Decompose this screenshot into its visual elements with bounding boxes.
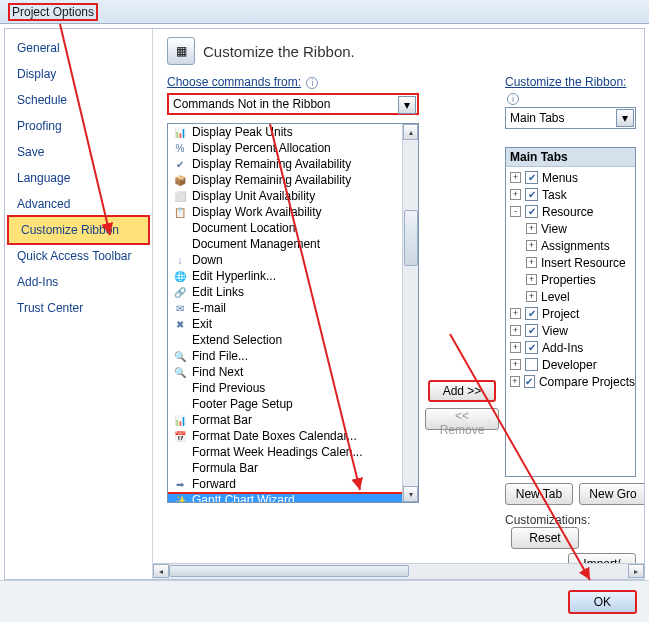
command-item[interactable]: 🔍Find Next bbox=[168, 364, 402, 380]
expand-icon[interactable]: + bbox=[510, 308, 521, 319]
chevron-down-icon[interactable]: ▾ bbox=[398, 96, 416, 114]
remove-button: << Remove bbox=[425, 408, 499, 430]
command-item[interactable]: ↓Down bbox=[168, 252, 402, 268]
expand-icon[interactable]: + bbox=[526, 257, 537, 268]
expand-icon[interactable]: + bbox=[510, 376, 520, 387]
command-item[interactable]: ✔Display Remaining Availability bbox=[168, 156, 402, 172]
command-item[interactable]: Extend Selection bbox=[168, 332, 402, 348]
sidebar-item-advanced[interactable]: Advanced bbox=[5, 191, 152, 217]
command-item[interactable]: %Display Percent Allocation bbox=[168, 140, 402, 156]
tree-node[interactable]: +✔Menus bbox=[506, 169, 635, 186]
command-label: Find File... bbox=[192, 349, 248, 363]
command-label: Forward bbox=[192, 477, 236, 491]
checkbox[interactable]: ✔ bbox=[525, 171, 538, 184]
sidebar-item-quick-access-toolbar[interactable]: Quick Access Toolbar bbox=[5, 243, 152, 269]
command-item[interactable]: ⬜Display Unit Availability bbox=[168, 188, 402, 204]
info-icon[interactable]: i bbox=[507, 93, 519, 105]
command-label: Display Unit Availability bbox=[192, 189, 315, 203]
expand-icon[interactable]: - bbox=[510, 206, 521, 217]
checkbox[interactable]: ✔ bbox=[525, 324, 538, 337]
command-item[interactable]: 📅Format Date Boxes Calendar... bbox=[168, 428, 402, 444]
commands-scrollbar[interactable]: ▴ ▾ bbox=[402, 124, 418, 502]
tree-node[interactable]: +Developer bbox=[506, 356, 635, 373]
choose-commands-combo[interactable]: Commands Not in the Ribbon ▾ bbox=[167, 93, 419, 115]
sidebar-item-save[interactable]: Save bbox=[5, 139, 152, 165]
command-item[interactable]: Find Previous bbox=[168, 380, 402, 396]
checkbox[interactable] bbox=[525, 358, 538, 371]
command-item[interactable]: Formula Bar bbox=[168, 460, 402, 476]
tree-node[interactable]: +Assignments bbox=[506, 237, 635, 254]
expand-icon[interactable]: + bbox=[526, 223, 537, 234]
tree-node[interactable]: +Level bbox=[506, 288, 635, 305]
expand-icon[interactable]: + bbox=[510, 359, 521, 370]
expand-icon[interactable]: + bbox=[510, 189, 521, 200]
command-icon: 🔍 bbox=[172, 365, 188, 379]
new-tab-button[interactable]: New Tab bbox=[505, 483, 573, 505]
command-item[interactable]: ➡Forward bbox=[168, 476, 402, 492]
add-button[interactable]: Add >> bbox=[428, 380, 496, 402]
new-group-button[interactable]: New Gro bbox=[579, 483, 644, 505]
expand-icon[interactable]: + bbox=[510, 342, 521, 353]
command-label: Format Bar bbox=[192, 413, 252, 427]
expand-icon[interactable]: + bbox=[526, 240, 537, 251]
ribbon-tree[interactable]: Main Tabs +✔Menus+✔Task-✔Resource+View+A… bbox=[505, 147, 636, 477]
command-item[interactable]: ✉E-mail bbox=[168, 300, 402, 316]
expand-icon[interactable]: + bbox=[526, 274, 537, 285]
commands-listbox[interactable]: 📊Display Peak Units%Display Percent Allo… bbox=[167, 123, 419, 503]
scroll-thumb[interactable] bbox=[404, 210, 418, 266]
info-icon[interactable]: i bbox=[306, 77, 318, 89]
command-item[interactable]: 🌐Edit Hyperlink... bbox=[168, 268, 402, 284]
command-item[interactable]: 🔗Edit Links bbox=[168, 284, 402, 300]
command-icon bbox=[172, 397, 188, 411]
command-item[interactable]: Footer Page Setup bbox=[168, 396, 402, 412]
tree-node[interactable]: -✔Resource bbox=[506, 203, 635, 220]
checkbox[interactable]: ✔ bbox=[525, 205, 538, 218]
command-icon bbox=[172, 381, 188, 395]
tree-node[interactable]: +✔Task bbox=[506, 186, 635, 203]
scroll-up-icon[interactable]: ▴ bbox=[403, 124, 418, 140]
sidebar-item-customize-ribbon[interactable]: Customize Ribbon bbox=[7, 215, 150, 245]
command-item[interactable]: 📊Display Peak Units bbox=[168, 124, 402, 140]
command-item[interactable]: ✨Gantt Chart Wizard... bbox=[168, 492, 402, 502]
sidebar-item-schedule[interactable]: Schedule bbox=[5, 87, 152, 113]
sidebar-item-add-ins[interactable]: Add-Ins bbox=[5, 269, 152, 295]
tree-node[interactable]: +Properties bbox=[506, 271, 635, 288]
scroll-down-icon[interactable]: ▾ bbox=[403, 486, 418, 502]
commands-column: Choose commands from: i Commands Not in … bbox=[167, 75, 419, 575]
reset-button[interactable]: Reset bbox=[511, 527, 579, 549]
command-item[interactable]: 🔍Find File... bbox=[168, 348, 402, 364]
command-item[interactable]: Document Location bbox=[168, 220, 402, 236]
horizontal-scrollbar[interactable]: ◂ ▸ bbox=[153, 563, 644, 579]
command-item[interactable]: ✖Exit bbox=[168, 316, 402, 332]
command-item[interactable]: Format Week Headings Calen... bbox=[168, 444, 402, 460]
tree-node[interactable]: +✔View bbox=[506, 322, 635, 339]
expand-icon[interactable]: + bbox=[526, 291, 537, 302]
checkbox[interactable]: ✔ bbox=[525, 307, 538, 320]
command-item[interactable]: 📊Format Bar bbox=[168, 412, 402, 428]
sidebar-item-proofing[interactable]: Proofing bbox=[5, 113, 152, 139]
tree-node[interactable]: +Insert Resource bbox=[506, 254, 635, 271]
sidebar-item-display[interactable]: Display bbox=[5, 61, 152, 87]
sidebar-item-general[interactable]: General bbox=[5, 35, 152, 61]
tree-node[interactable]: +✔Project bbox=[506, 305, 635, 322]
command-label: Find Next bbox=[192, 365, 243, 379]
command-item[interactable]: 📦Display Remaining Availability bbox=[168, 172, 402, 188]
hscroll-thumb[interactable] bbox=[169, 565, 409, 577]
scroll-right-icon[interactable]: ▸ bbox=[628, 564, 644, 578]
checkbox[interactable]: ✔ bbox=[525, 188, 538, 201]
sidebar-item-language[interactable]: Language bbox=[5, 165, 152, 191]
checkbox[interactable]: ✔ bbox=[524, 375, 535, 388]
tree-node[interactable]: +✔Add-Ins bbox=[506, 339, 635, 356]
ok-button[interactable]: OK bbox=[568, 590, 637, 614]
chevron-down-icon[interactable]: ▾ bbox=[616, 109, 634, 127]
tree-node[interactable]: +View bbox=[506, 220, 635, 237]
expand-icon[interactable]: + bbox=[510, 325, 521, 336]
command-item[interactable]: Document Management bbox=[168, 236, 402, 252]
expand-icon[interactable]: + bbox=[510, 172, 521, 183]
command-item[interactable]: 📋Display Work Availability bbox=[168, 204, 402, 220]
checkbox[interactable]: ✔ bbox=[525, 341, 538, 354]
scroll-left-icon[interactable]: ◂ bbox=[153, 564, 169, 578]
tree-node[interactable]: +✔Compare Projects bbox=[506, 373, 635, 390]
ribbon-tabs-combo[interactable]: Main Tabs ▾ bbox=[505, 107, 636, 129]
sidebar-item-trust-center[interactable]: Trust Center bbox=[5, 295, 152, 321]
